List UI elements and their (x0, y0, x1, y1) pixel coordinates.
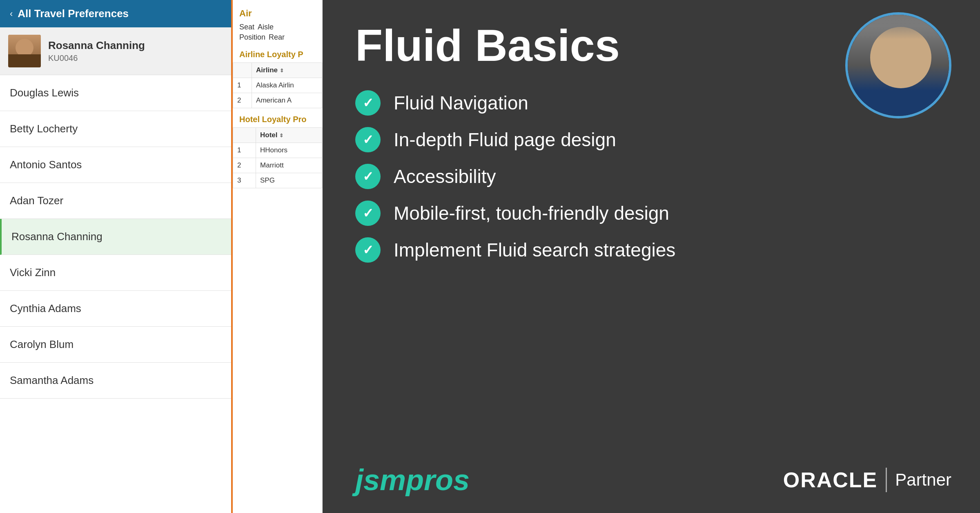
list-item[interactable]: Adan Tozer (0, 183, 231, 219)
row-name: Alaska Airlin (252, 78, 322, 93)
table-row: 2 American A (233, 93, 322, 108)
profile-id: KU0046 (48, 54, 145, 63)
feature-item: ✓ Mobile-first, touch-friendly design (355, 201, 951, 226)
checkmark-icon: ✓ (363, 95, 374, 111)
checkmark-icon: ✓ (363, 242, 374, 258)
row-num: 1 (233, 78, 252, 93)
list-item[interactable]: Antonio Santos (0, 147, 231, 183)
table-row: 2 Marriott (233, 158, 322, 173)
seat-row: Seat Aisle (239, 23, 316, 31)
position-label: Position (239, 33, 265, 42)
feature-item: ✓ In-depth Fluid page design (355, 127, 951, 152)
airline-loyalty-section: Airline Loyalty P Airline ⇕ 1 Alaska Air… (233, 43, 322, 108)
airline-col-header: Airline ⇕ (252, 63, 322, 78)
back-arrow-icon: ‹ (10, 9, 13, 19)
jsmpros-logo: jsmpros (355, 463, 470, 497)
hotel-loyalty-section: Hotel Loyalty Pro Hotel ⇕ 1 HHonors 2 (233, 108, 322, 188)
check-circle-icon: ✓ (355, 90, 381, 116)
check-circle-icon: ✓ (355, 127, 381, 152)
hotel-loyalty-table: Hotel ⇕ 1 HHonors 2 Marriott 3 SPG (233, 127, 322, 188)
list-item[interactable]: Douglas Lewis (0, 75, 231, 111)
slide-title: Fluid Basics (355, 20, 723, 70)
air-section: Air Seat Aisle Position Rear (233, 0, 322, 42)
divider-line (886, 468, 887, 492)
nav-header[interactable]: ‹ All Travel Preferences (0, 0, 231, 27)
table-row: 1 Alaska Airlin (233, 78, 322, 93)
airline-col-num (233, 63, 252, 78)
profile-name: Rosanna Channing (48, 39, 145, 52)
list-item[interactable]: Cynthia Adams (0, 291, 231, 327)
oracle-partner: ORACLE Partner (783, 468, 951, 492)
oracle-text: ORACLE (783, 468, 878, 492)
seat-value: Aisle (258, 23, 274, 31)
table-row: 3 SPG (233, 173, 322, 188)
presenter-photo (845, 12, 951, 118)
feature-text: Mobile-first, touch-friendly design (394, 202, 669, 224)
feature-text: Implement Fluid search strategies (394, 239, 675, 261)
avatar (8, 35, 41, 67)
right-panel: Fluid Basics ✓ Fluid Navigation ✓ In-dep… (323, 0, 980, 513)
row-num: 2 (233, 158, 256, 173)
airline-loyalty-table: Airline ⇕ 1 Alaska Airlin 2 American A (233, 62, 322, 108)
presenter-face-graphic (848, 15, 949, 116)
list-item[interactable]: Betty Locherty (0, 111, 231, 147)
row-name: Marriott (256, 158, 322, 173)
nav-header-title: All Travel Preferences (18, 7, 129, 20)
sort-icon: ⇕ (279, 133, 283, 138)
feature-list: ✓ Fluid Navigation ✓ In-depth Fluid page… (355, 90, 951, 263)
position-value: Rear (269, 33, 285, 42)
person-list: Douglas Lewis Betty Locherty Antonio San… (0, 75, 231, 513)
hotel-col-header: Hotel ⇕ (256, 128, 322, 143)
list-item-active[interactable]: Rosanna Channing (0, 219, 231, 255)
profile-bar: Rosanna Channing KU0046 (0, 27, 231, 75)
list-item[interactable]: Carolyn Blum (0, 327, 231, 363)
row-name: SPG (256, 173, 322, 188)
row-num: 2 (233, 93, 252, 108)
feature-text: Accessibility (394, 165, 496, 187)
check-circle-icon: ✓ (355, 201, 381, 226)
feature-text: In-depth Fluid page design (394, 129, 616, 151)
checkmark-icon: ✓ (363, 169, 374, 184)
check-circle-icon: ✓ (355, 164, 381, 189)
checkmark-icon: ✓ (363, 132, 374, 147)
bottom-bar: jsmpros ORACLE Partner (355, 463, 951, 497)
check-circle-icon: ✓ (355, 237, 381, 263)
checkmark-icon: ✓ (363, 205, 374, 221)
seat-label: Seat (239, 23, 254, 31)
partner-text: Partner (895, 470, 951, 490)
row-num: 1 (233, 143, 256, 158)
table-row: 1 HHonors (233, 143, 322, 158)
hotel-col-num (233, 128, 256, 143)
row-name: American A (252, 93, 322, 108)
feature-item: ✓ Implement Fluid search strategies (355, 237, 951, 263)
airline-loyalty-title: Airline Loyalty P (233, 50, 322, 59)
left-panel: ‹ All Travel Preferences Rosanna Channin… (0, 0, 233, 513)
feature-text: Fluid Navigation (394, 92, 528, 114)
position-row: Position Rear (239, 33, 316, 42)
row-num: 3 (233, 173, 256, 188)
feature-item: ✓ Accessibility (355, 164, 951, 189)
sort-icon: ⇕ (280, 68, 284, 74)
list-item[interactable]: Vicki Zinn (0, 255, 231, 291)
hotel-loyalty-title: Hotel Loyalty Pro (233, 115, 322, 124)
middle-panel: Air Seat Aisle Position Rear Airline Loy… (233, 0, 323, 513)
list-item[interactable]: Samantha Adams (0, 363, 231, 399)
air-section-title: Air (239, 8, 316, 19)
profile-info: Rosanna Channing KU0046 (48, 39, 145, 63)
row-name: HHonors (256, 143, 322, 158)
